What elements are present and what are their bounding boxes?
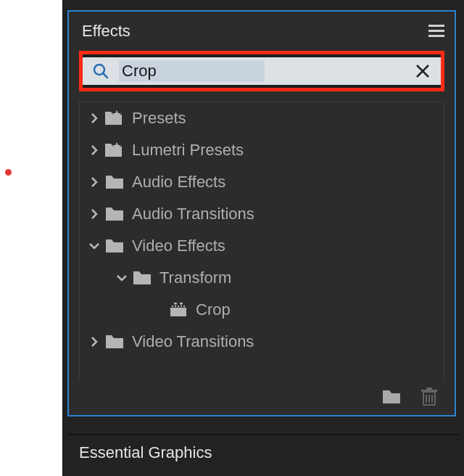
panel-title: Effects (82, 22, 428, 41)
tree-folder-lumetri-presets[interactable]: Lumetri Presets (80, 134, 444, 166)
chevron-down-icon (87, 242, 102, 250)
svg-rect-0 (428, 25, 444, 27)
preset-folder-icon (102, 110, 128, 126)
svg-rect-12 (175, 305, 176, 307)
tree-folder-video-effects[interactable]: Video Effects (80, 230, 444, 262)
svg-rect-11 (172, 305, 173, 307)
tree-label: Audio Transitions (132, 205, 254, 223)
tree-label: Crop (196, 300, 231, 319)
chevron-down-icon (115, 274, 129, 282)
trash-icon[interactable] (421, 387, 437, 406)
tree-label: Transform (160, 268, 231, 287)
svg-line-4 (103, 73, 107, 78)
tree-label: Presets (132, 109, 186, 128)
svg-rect-20 (426, 387, 432, 390)
folder-icon (102, 335, 128, 349)
chevron-right-icon (87, 208, 102, 220)
tree-folder-presets[interactable]: Presets (80, 102, 444, 134)
folder-icon (102, 239, 128, 253)
tree-folder-transform[interactable]: Transform (80, 262, 444, 294)
menu-icon[interactable] (428, 25, 444, 38)
search-highlight-box: Crop (79, 51, 444, 91)
effects-footer (382, 387, 437, 406)
svg-rect-15 (183, 305, 185, 307)
tree-label: Audio Effects (132, 173, 225, 192)
svg-point-16 (174, 303, 177, 305)
tree-label: Lumetri Presets (132, 141, 244, 160)
tree-label: Video Transitions (132, 332, 254, 351)
panel-divider (69, 434, 458, 435)
tree-folder-video-transitions[interactable]: Video Transitions (80, 326, 444, 358)
chevron-right-icon (87, 176, 102, 188)
search-field[interactable]: Crop (83, 57, 441, 85)
folder-icon (129, 271, 155, 285)
chevron-right-icon (87, 336, 102, 348)
folder-icon (102, 207, 128, 221)
svg-rect-19 (421, 390, 437, 392)
effects-tree: Presets Lumetri Presets (79, 102, 444, 379)
essential-graphics-tab[interactable]: Essential Graphics (79, 440, 212, 466)
effect-icon (165, 303, 191, 317)
effects-panel: Effects C (67, 10, 456, 416)
new-folder-icon[interactable] (382, 389, 402, 405)
tree-folder-audio-transitions[interactable]: Audio Transitions (80, 198, 444, 230)
folder-icon (102, 175, 128, 189)
svg-rect-14 (181, 305, 182, 307)
svg-rect-13 (178, 305, 179, 307)
red-dot-annotation (5, 169, 12, 176)
essential-graphics-label: Essential Graphics (79, 443, 212, 462)
tree-label: Video Effects (132, 237, 225, 255)
svg-rect-2 (428, 35, 444, 37)
effects-panel-header: Effects (69, 12, 455, 51)
app-panel: Effects C (62, 0, 464, 476)
chevron-right-icon (87, 112, 102, 124)
clear-search-icon[interactable] (405, 64, 441, 78)
svg-point-17 (180, 303, 183, 305)
preset-folder-icon (102, 142, 128, 158)
tree-folder-audio-effects[interactable]: Audio Effects (80, 166, 444, 198)
tree-item-crop[interactable]: Crop (80, 294, 444, 326)
chevron-right-icon (87, 144, 102, 156)
svg-rect-1 (428, 30, 444, 32)
search-value: Crop (119, 60, 265, 82)
search-icon (83, 62, 119, 80)
